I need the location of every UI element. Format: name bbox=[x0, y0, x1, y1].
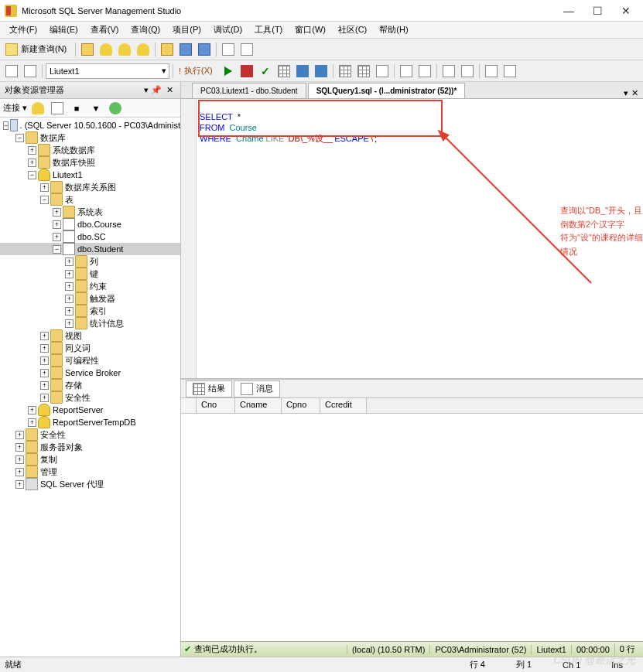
tree-triggers[interactable]: +触发器 bbox=[0, 292, 180, 305]
parse-button[interactable]: ✓ bbox=[257, 63, 274, 80]
menu-debug[interactable]: 调试(D) bbox=[209, 22, 247, 37]
object-tree[interactable]: −. (SQL Server 10.50.1600 - PC03\Adminis… bbox=[0, 118, 180, 657]
tb-btn-a[interactable] bbox=[3, 63, 20, 80]
tree-reportserver[interactable]: +ReportServer bbox=[0, 404, 180, 416]
separator bbox=[75, 43, 76, 56]
menu-community[interactable]: 社区(C) bbox=[333, 22, 371, 37]
tree-snapshot[interactable]: +数据库快照 bbox=[0, 156, 180, 169]
tree-synonyms[interactable]: +同义词 bbox=[0, 342, 180, 354]
tb-btn-c1[interactable] bbox=[398, 63, 415, 80]
oe-refresh-button[interactable] bbox=[107, 100, 124, 117]
tb-btn-4[interactable] bbox=[135, 41, 152, 58]
tb-save-button[interactable] bbox=[177, 41, 194, 58]
panel-close-icon[interactable]: ✕ bbox=[164, 85, 176, 95]
oe-btn-1[interactable] bbox=[29, 100, 46, 117]
tb-btn-h2[interactable] bbox=[501, 63, 518, 80]
status-db: Liutext1 bbox=[531, 645, 571, 654]
tree-tables[interactable]: −表 bbox=[0, 193, 180, 206]
debug-button[interactable] bbox=[220, 63, 237, 80]
tree-reportservertemp[interactable]: +ReportServerTempDB bbox=[0, 416, 180, 428]
col-cname[interactable]: Cname bbox=[235, 398, 282, 413]
results-grid[interactable] bbox=[181, 414, 643, 641]
tb-btn-g2[interactable] bbox=[313, 63, 330, 80]
tree-sb[interactable]: +Service Broker bbox=[0, 367, 180, 379]
tb-btn-g5[interactable] bbox=[374, 63, 391, 80]
messages-tab[interactable]: 消息 bbox=[234, 380, 280, 397]
maximize-button[interactable]: ☐ bbox=[593, 5, 603, 17]
tb-btn-3[interactable] bbox=[116, 41, 133, 58]
success-icon: ✔ bbox=[184, 644, 191, 654]
stop-button[interactable] bbox=[238, 63, 255, 80]
menu-file[interactable]: 文件(F) bbox=[5, 22, 42, 37]
col-cno[interactable]: Cno bbox=[197, 398, 235, 413]
tab-sqlquery[interactable]: SQLQuery1.sql - (l...dministrator (52))* bbox=[308, 83, 466, 98]
tab-close-icon[interactable]: ✕ bbox=[631, 88, 638, 98]
folder-icon bbox=[50, 193, 63, 206]
minimize-button[interactable]: — bbox=[563, 5, 574, 17]
tree-replication[interactable]: +复制 bbox=[0, 453, 180, 466]
oe-btn-2[interactable] bbox=[49, 100, 66, 117]
col-ccredit[interactable]: Ccredit bbox=[320, 398, 367, 413]
folder-icon bbox=[50, 367, 63, 379]
tree-columns[interactable]: +列 bbox=[0, 255, 180, 268]
tree-databases[interactable]: −数据库 bbox=[0, 131, 180, 144]
menu-edit[interactable]: 编辑(E) bbox=[45, 22, 83, 37]
menu-project[interactable]: 项目(P) bbox=[168, 22, 206, 37]
menu-view[interactable]: 查看(V) bbox=[86, 22, 124, 37]
tree-mgmt[interactable]: +管理 bbox=[0, 466, 180, 478]
tree-agent[interactable]: +SQL Server 代理 bbox=[0, 478, 180, 490]
tb-btn-act[interactable] bbox=[220, 41, 237, 58]
tb-saveall-button[interactable] bbox=[196, 41, 213, 58]
tb-open-file-button[interactable] bbox=[159, 41, 176, 58]
tree-serverobj[interactable]: +服务器对象 bbox=[0, 441, 180, 453]
tree-userdb[interactable]: −Liutext1 bbox=[0, 169, 180, 181]
tree-security-db[interactable]: +安全性 bbox=[0, 391, 180, 404]
pin-icon[interactable]: 📌 bbox=[149, 85, 164, 95]
tb-open-button[interactable] bbox=[79, 41, 96, 58]
tb-btn-g4[interactable] bbox=[355, 63, 372, 80]
tree-keys[interactable]: +键 bbox=[0, 268, 180, 280]
server-icon bbox=[10, 119, 17, 131]
new-query-button[interactable]: 新建查询(N) bbox=[3, 41, 72, 58]
col-cpno[interactable]: Cpno bbox=[282, 398, 320, 413]
tree-prog[interactable]: +可编程性 bbox=[0, 354, 180, 367]
oe-btn-3[interactable]: ■ bbox=[68, 100, 85, 117]
tb-btn-h1[interactable] bbox=[483, 63, 500, 80]
tree-views[interactable]: +视图 bbox=[0, 329, 180, 342]
menu-help[interactable]: 帮助(H) bbox=[375, 22, 412, 37]
tb-outdent-button[interactable] bbox=[459, 63, 476, 80]
database-selector[interactable]: Liutext1 bbox=[46, 63, 169, 79]
tree-indexes[interactable]: +索引 bbox=[0, 305, 180, 317]
tree-security[interactable]: +安全性 bbox=[0, 428, 180, 441]
tree-table-student[interactable]: −dbo.Student bbox=[0, 243, 180, 255]
tree-table-sc[interactable]: +dbo.SC bbox=[0, 230, 180, 243]
tree-server[interactable]: −. (SQL Server 10.50.1600 - PC03\Adminis… bbox=[0, 119, 180, 131]
menu-window[interactable]: 窗口(W) bbox=[290, 22, 330, 37]
connect-button[interactable]: 连接 ▾ bbox=[3, 102, 27, 114]
tb-btn-2[interactable] bbox=[97, 41, 115, 58]
tb-btn-c2[interactable] bbox=[416, 63, 433, 80]
tb-btn-g1[interactable] bbox=[294, 63, 311, 80]
menu-query[interactable]: 查询(Q) bbox=[126, 22, 165, 37]
oe-filter-button[interactable]: ▼ bbox=[87, 100, 104, 117]
close-button[interactable]: ✕ bbox=[621, 5, 631, 17]
tb-btn-g3[interactable] bbox=[337, 63, 354, 80]
tb-indent-button[interactable] bbox=[440, 63, 457, 80]
menu-tools[interactable]: 工具(T) bbox=[250, 22, 287, 37]
tree-table-course[interactable]: +dbo.Course bbox=[0, 218, 180, 230]
tab-student[interactable]: PC03.Liutext1 - dbo.Student bbox=[192, 83, 306, 98]
tree-constraints[interactable]: +约束 bbox=[0, 280, 180, 292]
tree-systables[interactable]: +系统表 bbox=[0, 206, 180, 218]
tb-plan-button[interactable] bbox=[275, 63, 292, 80]
tb-btn-list[interactable] bbox=[238, 41, 255, 58]
execute-button[interactable]: ! 执行(X) bbox=[176, 63, 218, 80]
tb-btn-b[interactable] bbox=[22, 63, 39, 80]
tree-stats[interactable]: +统计信息 bbox=[0, 317, 180, 329]
folder-icon bbox=[50, 354, 63, 367]
tree-storage[interactable]: +存储 bbox=[0, 379, 180, 391]
tab-dropdown-icon[interactable]: ▾ bbox=[624, 88, 628, 98]
save-icon bbox=[180, 43, 192, 56]
results-tab[interactable]: 结果 bbox=[186, 380, 232, 397]
tree-sysdb[interactable]: +系统数据库 bbox=[0, 144, 180, 156]
tree-diagram[interactable]: +数据库关系图 bbox=[0, 181, 180, 193]
